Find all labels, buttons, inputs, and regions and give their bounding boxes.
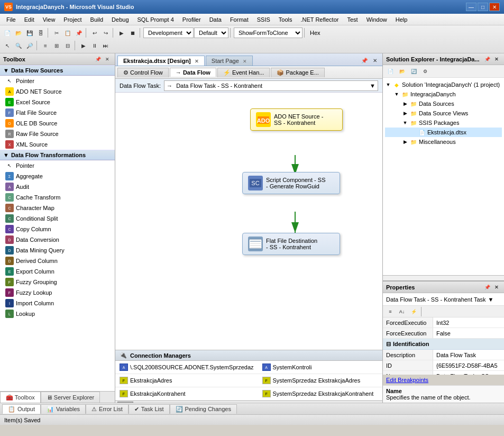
conn-item-1[interactable]: A SystemKontroli xyxy=(258,361,382,374)
menu-netreflector[interactable]: .NET Reflector xyxy=(297,15,343,24)
tab-output[interactable]: 📋 Output xyxy=(2,404,41,414)
menu-build[interactable]: Build xyxy=(86,15,107,24)
doc-tab-startpage[interactable]: Start Page ✕ xyxy=(206,56,253,66)
conn-item-2[interactable]: F EkstrakcjaAdres xyxy=(115,374,258,387)
se-close-button[interactable]: ✕ xyxy=(492,55,501,63)
conn-item-3[interactable]: F SystemSprzedaz EkstrakcjaAdres xyxy=(258,374,382,387)
node-script-comp[interactable]: SC Script Component - SS- Generate RowGu… xyxy=(242,172,340,194)
menu-view[interactable]: View xyxy=(39,15,60,24)
se-properties-button[interactable]: ⚙ xyxy=(420,66,430,77)
toolbox-pin-button[interactable]: 📌 xyxy=(94,55,102,63)
tb-zoom-in[interactable]: 🔍 xyxy=(13,40,24,51)
project-expand[interactable]: ▼ xyxy=(393,91,400,97)
menu-profiler[interactable]: Profiler xyxy=(178,15,205,24)
toolbox-item-derivedcol[interactable]: D Derived Column xyxy=(0,256,115,266)
menu-sqlprompt[interactable]: SQL Prompt 4 xyxy=(133,15,178,24)
tree-solution[interactable]: ▼ ◆ Solution 'IntegracjaDanych' (1 proje… xyxy=(385,80,502,89)
menu-edit[interactable]: Edit xyxy=(20,15,39,24)
misc-expand[interactable]: ▶ xyxy=(402,139,408,145)
se-refresh-button[interactable]: 🔄 xyxy=(408,66,419,77)
toolbox-tab[interactable]: 🧰 Toolbox xyxy=(0,392,41,403)
doc-close-button[interactable]: ✕ xyxy=(370,55,380,66)
toolbox-item-dataconv[interactable]: D Data Conversion xyxy=(0,234,115,245)
doc-tab-startpage-close[interactable]: ✕ xyxy=(243,59,247,64)
toolbox-item-pointer-src[interactable]: ↖ Pointer xyxy=(0,76,115,86)
dsviews-expand[interactable]: ▶ xyxy=(402,110,408,116)
toolbox-item-oledb[interactable]: O OLE DB Source xyxy=(0,118,115,129)
horizontal-scrollbar[interactable] xyxy=(115,401,382,403)
toolbox-item-datamining[interactable]: D Data Mining Query xyxy=(0,245,115,256)
menu-help[interactable]: Help xyxy=(391,15,412,24)
node-flat-dest[interactable]: Flat File Destination- SS - Kontrahent xyxy=(242,233,340,255)
tab-task-list[interactable]: ✔ Task List xyxy=(129,404,170,414)
tb-copy[interactable]: 📋 xyxy=(62,28,73,38)
tb-saveall[interactable]: 🗄 xyxy=(35,28,46,38)
tb-breakall[interactable]: ⏭ xyxy=(100,40,111,51)
tab-control-flow[interactable]: ⚙ Control Flow xyxy=(117,68,169,77)
se-btn-1[interactable]: 📄 xyxy=(385,66,396,77)
toolbox-item-xml[interactable]: X XML Source xyxy=(0,139,115,150)
minimize-button[interactable]: — xyxy=(466,3,476,11)
toolbox-item-lookup[interactable]: L Lookup xyxy=(0,308,115,319)
tb-cut[interactable]: ✂ xyxy=(51,28,62,38)
doc-pin-button[interactable]: 📌 xyxy=(359,55,370,66)
menu-file[interactable]: File xyxy=(2,15,20,24)
toolbox-item-excel[interactable]: E Excel Source xyxy=(0,97,115,107)
conn-item-5[interactable]: F SystemSprzedaz EkstrakcjaKontrahent xyxy=(258,387,382,401)
doc-tab-design-close[interactable]: ✕ xyxy=(195,59,199,64)
tree-dsviews[interactable]: ▶ 📁 Data Source Views xyxy=(385,108,502,118)
toolbox-item-flatfile[interactable]: F Flat File Source xyxy=(0,107,115,118)
tb-zoom-out[interactable]: 🔎 xyxy=(24,40,35,51)
tb-align[interactable]: ≡ xyxy=(40,40,51,51)
close-button[interactable]: ✕ xyxy=(489,3,500,11)
se-scrollbar[interactable] xyxy=(383,275,504,280)
tb-stop[interactable]: ⏹ xyxy=(127,28,138,38)
tree-project[interactable]: ▼ 📁 IntegracjaDanych xyxy=(385,89,502,99)
props-events-button[interactable]: ⚡ xyxy=(408,306,419,317)
tree-misc[interactable]: ▶ 📁 Miscellaneous xyxy=(385,137,502,147)
solution-expand[interactable]: ▼ xyxy=(385,81,391,88)
tb-save[interactable]: 💾 xyxy=(24,28,35,38)
toolbox-close-button[interactable]: ✕ xyxy=(103,55,112,63)
tb-redo[interactable]: ↪ xyxy=(100,28,111,38)
toolbox-item-audit[interactable]: A Audit xyxy=(0,181,115,192)
prop-id-value[interactable]: {6E5951F2-D58F-4BA5 xyxy=(433,360,504,370)
tb-undo[interactable]: ↩ xyxy=(89,28,100,38)
canvas-area[interactable]: ADO ADO NET Source -SS - Kontrahent SC xyxy=(115,93,382,350)
tab-event-handlers[interactable]: ⚡ Event Han... xyxy=(217,68,270,77)
scrollbar-thumb[interactable] xyxy=(117,402,133,403)
menu-format[interactable]: Format xyxy=(226,15,253,24)
tb-open[interactable]: 📂 xyxy=(13,28,24,38)
toolbox-section-sources[interactable]: ▼ Data Flow Sources xyxy=(0,65,115,76)
menu-test[interactable]: Test xyxy=(343,15,362,24)
toolbox-item-aggregate[interactable]: Σ Aggregate xyxy=(0,171,115,181)
tb-grid[interactable]: ⊞ xyxy=(51,40,62,51)
prop-forced-value[interactable]: Int32 xyxy=(433,317,504,328)
toolbox-item-rawfile[interactable]: R Raw File Source xyxy=(0,129,115,139)
conn-item-0[interactable]: A \.SQL2008SOURCE.ADONET.SystemSprzedaz xyxy=(115,361,258,374)
props-alpha-button[interactable]: A↓ xyxy=(397,306,407,317)
menu-debug[interactable]: Debug xyxy=(107,15,133,24)
maximize-button[interactable]: □ xyxy=(478,3,488,11)
menu-data[interactable]: Data xyxy=(205,15,226,24)
tb-layout[interactable]: ⊟ xyxy=(62,40,73,51)
tb-start[interactable]: ▶ xyxy=(78,40,89,51)
flow-task-dropdown[interactable]: → Data Flow Task - SS - Kontrahent ▼ xyxy=(164,80,378,91)
prop-forceexec-value[interactable]: False xyxy=(433,328,504,338)
node-ado-source[interactable]: ADO ADO NET Source -SS - Kontrahent xyxy=(250,108,343,131)
server-explorer-tab[interactable]: 🖥 Server Explorer xyxy=(41,392,100,403)
toolbox-item-copycol[interactable]: C Copy Column xyxy=(0,224,115,234)
prop-name-value[interactable]: Data Flow Task - SS xyxy=(433,371,504,375)
tb-pointer[interactable]: ↖ xyxy=(2,40,13,51)
tab-error-list[interactable]: ⚠ Error List xyxy=(86,404,129,414)
platform-dropdown[interactable]: Default xyxy=(194,28,228,38)
conn-item-4[interactable]: F EkstrakcjaKontrahent xyxy=(115,387,258,401)
toolbox-item-exportcol[interactable]: E Export Column xyxy=(0,266,115,277)
menu-window[interactable]: Window xyxy=(362,15,391,24)
toolbox-item-fuzzygroup[interactable]: F Fuzzy Grouping xyxy=(0,277,115,287)
menu-project[interactable]: Project xyxy=(59,15,86,24)
tb-play[interactable]: ▶ xyxy=(116,28,127,38)
ssis-expand[interactable]: ▼ xyxy=(402,120,408,126)
toolbox-item-condsplit[interactable]: C Conditional Split xyxy=(0,213,115,224)
toolbox-item-importcol[interactable]: I Import Column xyxy=(0,298,115,308)
